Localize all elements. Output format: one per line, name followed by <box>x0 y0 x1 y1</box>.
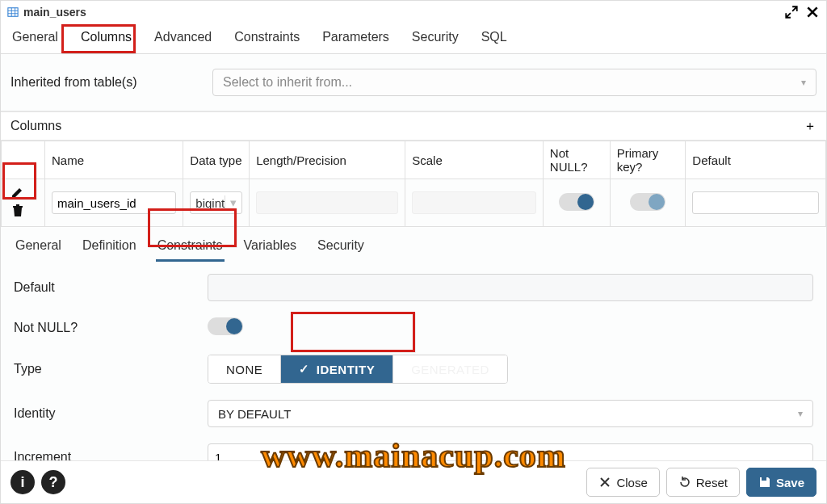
subtab-definition[interactable]: Definition <box>81 235 138 262</box>
add-column-button[interactable]: ＋ <box>804 120 817 132</box>
constraints-form: Default Not NULL? Type NONE ✓IDENTITY GE… <box>1 262 826 460</box>
table-row: bigint ▾ <box>2 179 826 227</box>
table-icon <box>7 6 19 18</box>
dialog-footer: i ? Close Reset Save <box>1 460 826 503</box>
save-label: Save <box>776 476 804 489</box>
inherit-select[interactable]: Select to inherit from... ▾ <box>212 69 817 96</box>
identity-value: BY DEFAULT <box>218 407 291 421</box>
type-generated[interactable]: GENERATED <box>393 355 507 383</box>
notnull-toggle[interactable] <box>559 193 594 211</box>
subtab-constraints[interactable]: Constraints <box>156 235 225 262</box>
type-identity[interactable]: ✓IDENTITY <box>280 355 393 383</box>
tab-advanced[interactable]: Advanced <box>153 25 213 53</box>
type-label: Type <box>14 362 208 376</box>
close-icon[interactable] <box>805 5 820 19</box>
tab-security[interactable]: Security <box>410 25 460 53</box>
reset-button[interactable]: Reset <box>666 468 740 497</box>
datatype-value: bigint <box>195 196 225 210</box>
col-notnull-header: Not NULL? <box>543 141 610 179</box>
help-button[interactable]: ? <box>41 470 65 494</box>
scale-input <box>412 191 536 214</box>
svg-rect-0 <box>8 8 18 17</box>
main-tabs: General Columns Advanced Constraints Par… <box>1 22 826 54</box>
type-none[interactable]: NONE <box>208 355 280 383</box>
name-input[interactable] <box>52 191 176 214</box>
identity-select[interactable]: BY DEFAULT ▾ <box>208 400 813 427</box>
save-icon <box>758 476 771 489</box>
columns-section-header: Columns ＋ <box>1 111 826 141</box>
col-length-header: Length/Precision <box>250 141 405 179</box>
length-input <box>256 191 398 214</box>
close-label: Close <box>616 476 647 489</box>
reset-label: Reset <box>696 476 728 489</box>
column-subtabs: General Definition Constraints Variables… <box>1 227 826 262</box>
col-name-header: Name <box>45 141 183 179</box>
columns-title: Columns <box>10 119 61 133</box>
window-title: main_users <box>23 6 86 19</box>
edit-row-icon[interactable] <box>10 184 26 200</box>
reset-icon <box>678 476 691 489</box>
chevron-down-icon: ▾ <box>801 77 806 88</box>
titlebar: main_users <box>1 1 826 22</box>
col-scale-header: Scale <box>405 141 544 179</box>
delete-row-icon[interactable] <box>10 203 26 219</box>
increment-field[interactable] <box>208 443 813 460</box>
default-label: Default <box>14 280 208 295</box>
inherit-placeholder: Select to inherit from... <box>223 75 352 90</box>
col-datatype-header: Data type <box>183 141 250 179</box>
default-input[interactable] <box>692 191 819 214</box>
columns-table: Name Data type Length/Precision Scale No… <box>1 141 826 227</box>
info-button[interactable]: i <box>10 470 35 494</box>
subtab-variables[interactable]: Variables <box>242 235 299 262</box>
inherit-row: Inherited from table(s) Select to inheri… <box>1 54 826 111</box>
tab-constraints[interactable]: Constraints <box>233 25 301 53</box>
chevron-down-icon: ▾ <box>798 408 803 419</box>
check-icon: ✓ <box>299 362 310 376</box>
save-button[interactable]: Save <box>746 468 817 497</box>
identity-label: Identity <box>14 406 208 421</box>
tab-columns[interactable]: Columns <box>79 25 133 53</box>
col-pk-header: Primary key? <box>610 141 686 179</box>
col-tools-header <box>2 141 45 179</box>
increment-label: Increment <box>14 450 208 460</box>
tab-parameters[interactable]: Parameters <box>321 25 391 53</box>
notnull-form-toggle[interactable] <box>208 317 243 335</box>
subtab-general[interactable]: General <box>14 235 63 262</box>
close-button[interactable]: Close <box>586 468 659 497</box>
inherit-label: Inherited from table(s) <box>10 75 196 90</box>
close-x-icon <box>598 476 611 489</box>
identity-seg-label: IDENTITY <box>317 363 375 376</box>
default-field[interactable] <box>208 274 813 301</box>
notnull-label: Not NULL? <box>14 321 208 335</box>
pk-toggle[interactable] <box>630 193 665 211</box>
type-button-group: NONE ✓IDENTITY GENERATED <box>208 355 508 384</box>
subtab-security[interactable]: Security <box>316 235 366 262</box>
col-default-header: Default <box>686 141 826 179</box>
datatype-select[interactable]: bigint ▾ <box>190 191 242 214</box>
chevron-down-icon: ▾ <box>225 195 237 210</box>
tab-general[interactable]: General <box>10 25 60 53</box>
expand-icon[interactable] <box>784 5 799 19</box>
tab-sql[interactable]: SQL <box>480 25 509 53</box>
